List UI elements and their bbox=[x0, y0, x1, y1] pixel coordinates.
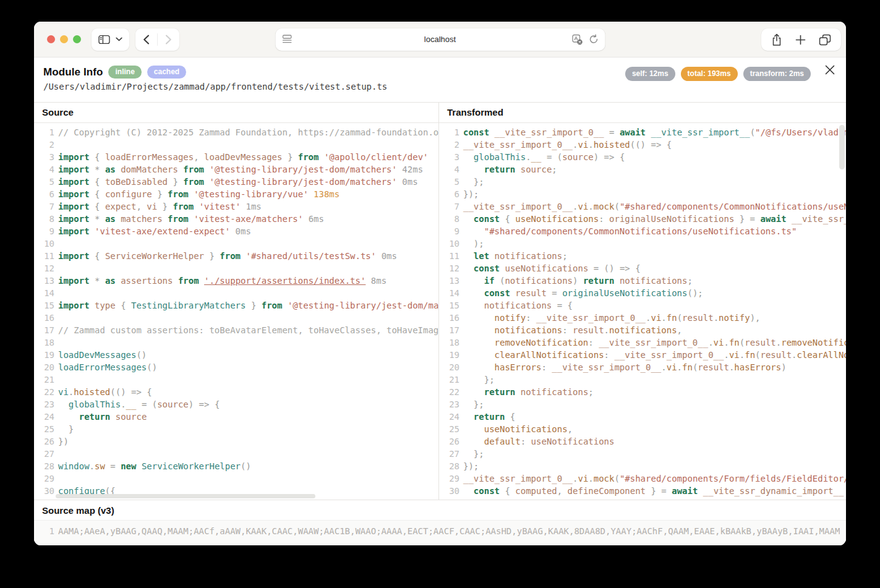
code-text: const { computed, defineComponent } = aw… bbox=[463, 485, 844, 497]
code-text: "#shared/components/CommonNotifications/… bbox=[463, 225, 797, 237]
code-line: 6import { configure } from '@testing-lib… bbox=[34, 188, 438, 200]
line-number: 23 bbox=[34, 398, 54, 411]
code-text: loadErrorMessages() bbox=[58, 361, 157, 373]
fullscreen-window-button[interactable] bbox=[73, 35, 81, 43]
line-number: 23 bbox=[439, 398, 459, 411]
line-number: 13 bbox=[439, 275, 459, 287]
line-number: 3 bbox=[34, 151, 54, 163]
code-text: removeNotification: __vite_ssr_import_0_… bbox=[463, 336, 846, 349]
line-number: 12 bbox=[34, 262, 54, 275]
line-number: 8 bbox=[34, 213, 54, 225]
code-panes: Source 1// Copyright (C) 2012-2025 Zamma… bbox=[34, 102, 846, 500]
address-bar[interactable]: localhost bbox=[275, 28, 605, 51]
line-number: 17 bbox=[34, 324, 54, 336]
line-number: 10 bbox=[34, 237, 54, 250]
code-text: // Copyright (C) 2012-2025 Zammad Founda… bbox=[58, 126, 438, 138]
code-text: hasErrors: __vite_ssr_import_0__.vi.fn(r… bbox=[463, 361, 787, 373]
tab-overview-icon[interactable] bbox=[819, 34, 831, 46]
code-text: __vite_ssr_import_0__.vi.mock("#shared/c… bbox=[463, 200, 846, 213]
url-text[interactable]: localhost bbox=[275, 28, 605, 51]
code-line: 16 bbox=[34, 312, 438, 324]
code-line: 13import * as assertions from './support… bbox=[34, 275, 438, 287]
code-text: if (notifications) return notifications; bbox=[463, 275, 693, 287]
code-text: ); bbox=[463, 237, 484, 250]
code-line: 20loadErrorMessages() bbox=[34, 361, 438, 373]
code-line: 3 globalThis.__ = (source) => { bbox=[439, 151, 846, 163]
code-line: 17// Zammad custom assertions: toBeAvata… bbox=[34, 324, 438, 336]
code-line: 13 if (notifications) return notificatio… bbox=[439, 275, 846, 287]
code-line: 12 const useNotifications = () => { bbox=[439, 262, 846, 275]
line-number: 19 bbox=[439, 349, 459, 361]
code-line: 27 }; bbox=[439, 448, 846, 460]
module-path: /Users/vladimir/Projects/zammad/app/fron… bbox=[43, 82, 846, 92]
line-number: 1 bbox=[439, 126, 459, 138]
line-number: 21 bbox=[439, 373, 459, 386]
code-line: 26 default: useNotifications bbox=[439, 435, 846, 448]
code-line: 19loadDevMessages() bbox=[34, 349, 438, 361]
address-bar-icons bbox=[571, 34, 599, 45]
line-number: 22 bbox=[439, 386, 459, 398]
minimize-window-button[interactable] bbox=[60, 35, 68, 43]
transformed-pane-title: Transformed bbox=[439, 103, 846, 123]
code-text: }; bbox=[463, 373, 495, 386]
transformed-code[interactable]: 1const __vite_ssr_import_0__ = await __v… bbox=[439, 123, 846, 500]
transform-time-badge: transform: 2ms bbox=[743, 67, 811, 81]
code-text: notifications: result.notifications, bbox=[463, 324, 682, 336]
horizontal-scrollbar[interactable] bbox=[56, 494, 315, 498]
line-number: 28 bbox=[439, 460, 459, 472]
line-number: 20 bbox=[439, 361, 459, 373]
code-text: default: useNotifications bbox=[463, 435, 614, 448]
sourcemap-section: Source map (v3) 1 AAMA;AAeA,yBAAG,QAAQ,M… bbox=[34, 500, 846, 545]
sidebar-icon[interactable] bbox=[98, 35, 110, 45]
source-code[interactable]: 1// Copyright (C) 2012-2025 Zammad Found… bbox=[34, 123, 438, 500]
code-text: import { expect, vi } from 'vitest' 1ms bbox=[58, 200, 262, 213]
code-text: }) bbox=[58, 435, 69, 448]
sidebar-toggle-group bbox=[92, 28, 129, 51]
code-text: __vite_ssr_import_0__.vi.mock("#shared/c… bbox=[463, 472, 846, 485]
line-number: 20 bbox=[34, 361, 54, 373]
line-number: 19 bbox=[34, 349, 54, 361]
code-line: 1const __vite_ssr_import_0__ = await __v… bbox=[439, 126, 846, 138]
browser-window: localhost bbox=[34, 22, 846, 545]
line-number: 13 bbox=[34, 275, 54, 287]
code-text: window.sw = new ServiceWorkerHelper() bbox=[58, 460, 251, 472]
code-text: import { toBeDisabled } from '@testing-l… bbox=[58, 176, 418, 188]
line-number: 25 bbox=[439, 423, 459, 435]
code-line: 2__vite_ssr_import_0__.vi.hoisted(() => … bbox=[439, 138, 846, 151]
line-number: 24 bbox=[34, 411, 54, 423]
line-number: 22 bbox=[34, 386, 54, 398]
browser-toolbar: localhost bbox=[34, 22, 846, 58]
line-number: 4 bbox=[439, 163, 459, 176]
line-number: 11 bbox=[439, 250, 459, 262]
line-number: 26 bbox=[34, 435, 54, 448]
back-button[interactable] bbox=[135, 28, 157, 51]
reload-icon[interactable] bbox=[588, 34, 599, 45]
code-line: 1// Copyright (C) 2012-2025 Zammad Found… bbox=[34, 126, 438, 138]
vertical-scrollbar[interactable] bbox=[839, 125, 845, 169]
code-text: notifications = { bbox=[463, 299, 573, 312]
code-text: }); bbox=[463, 188, 479, 200]
line-number: 18 bbox=[34, 336, 54, 349]
file-link[interactable]: './support/assertions/index.ts' bbox=[204, 276, 365, 286]
code-line: 28window.sw = new ServiceWorkerHelper() bbox=[34, 460, 438, 472]
code-line: 17 notifications: result.notifications, bbox=[439, 324, 846, 336]
code-text: return source bbox=[58, 411, 147, 423]
new-tab-icon[interactable] bbox=[795, 35, 806, 45]
translate-icon[interactable] bbox=[571, 34, 583, 45]
line-number: 6 bbox=[439, 188, 459, 200]
code-text: import type { TestingLibraryMatchers } f… bbox=[58, 299, 438, 312]
sourcemap-mappings: AAMA;AAeA,yBAAG,QAAQ,MAAM;AACf,aAAW,KAAK… bbox=[58, 525, 840, 545]
chevron-down-icon[interactable] bbox=[116, 37, 122, 41]
line-number: 11 bbox=[34, 250, 54, 262]
forward-button[interactable] bbox=[158, 28, 179, 51]
line-number: 9 bbox=[34, 225, 54, 237]
code-line: 6}); bbox=[439, 188, 846, 200]
share-icon[interactable] bbox=[771, 33, 782, 46]
code-line: 25 } bbox=[34, 423, 438, 435]
code-line: 12 bbox=[34, 262, 438, 275]
line-number: 27 bbox=[34, 448, 54, 460]
code-text: useNotifications, bbox=[463, 423, 573, 435]
code-text: return notifications; bbox=[463, 386, 594, 398]
close-panel-button[interactable] bbox=[823, 63, 837, 77]
close-window-button[interactable] bbox=[47, 35, 55, 43]
